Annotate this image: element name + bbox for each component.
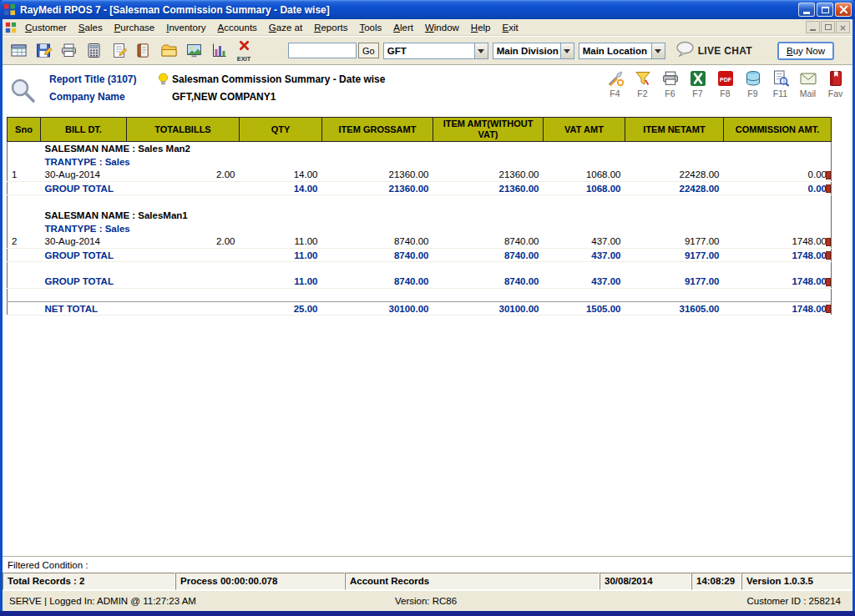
child-restore-button[interactable] [821, 21, 835, 33]
shortcut-label: F9 [747, 88, 757, 98]
restore-button[interactable] [817, 3, 833, 17]
menu-accounts[interactable]: Accounts [212, 21, 263, 34]
division-select-value: Main Division [493, 46, 560, 56]
favorite-icon [827, 69, 845, 88]
menu-alert[interactable]: Alert [387, 21, 419, 34]
net-total-row: NET TOTAL25.0030100.0030100.001505.00316… [8, 302, 832, 316]
shortcut-label: F11 [773, 88, 787, 98]
menu-window[interactable]: Window [419, 21, 465, 34]
ledger-icon[interactable] [133, 40, 154, 62]
column-header[interactable]: COMMISSION AMT. [724, 118, 832, 142]
shortcut-label: F8 [720, 88, 730, 98]
report-action-f9[interactable]: F9 [739, 69, 766, 98]
shortcut-label: F4 [610, 88, 620, 98]
child-close-icon [839, 20, 847, 35]
shortcut-label: F2 [637, 88, 647, 98]
location-select[interactable]: Main Location [579, 43, 665, 59]
menu-bar: CustomerSalesPurchaseInventoryAccountsGa… [3, 19, 852, 36]
search-input[interactable] [288, 43, 357, 58]
restore-icon [822, 7, 829, 13]
table-row[interactable]: 130-Aug-20142.0014.0021360.0021360.00106… [8, 169, 832, 182]
svg-text:PDF: PDF [720, 77, 732, 83]
report-action-mail[interactable]: Mail [794, 69, 822, 98]
pdf-icon: PDF [716, 69, 735, 88]
grid-icon[interactable] [8, 40, 29, 62]
minimize-icon [803, 12, 810, 14]
report-action-fav[interactable]: Fav [822, 69, 849, 98]
menu-reports[interactable]: Reports [308, 21, 353, 34]
column-header[interactable]: QTY [240, 118, 322, 142]
save-icon[interactable] [33, 40, 54, 62]
buy-now-button[interactable]: Buy Now [777, 42, 834, 60]
menu-tools[interactable]: Tools [353, 21, 387, 34]
report-action-f7[interactable]: F7 [684, 69, 711, 98]
report-action-f8[interactable]: PDFF8 [711, 69, 739, 98]
close-icon [839, 3, 848, 18]
image-icon[interactable] [183, 40, 205, 62]
live-chat-button[interactable]: LIVE CHAT [675, 41, 752, 60]
customer-id: Customer ID : 258214 [746, 596, 841, 606]
tools-icon [606, 69, 625, 88]
column-header[interactable]: BILL DT. [41, 118, 127, 142]
child-minimize-button[interactable] [806, 21, 820, 33]
report-action-f2[interactable]: F2 [629, 69, 656, 98]
location-select-value: Main Location [579, 46, 651, 56]
column-header[interactable]: ITEM AMT(WITHOUT VAT) [433, 118, 544, 142]
filter-icon [634, 69, 652, 88]
row-marker [826, 278, 831, 286]
child-close-button[interactable] [836, 21, 850, 33]
group-total-row: GROUP TOTAL11.008740.008740.00437.009177… [8, 249, 832, 262]
window-title: RayMedi RPOS 7 - [Salesman Commission Su… [20, 4, 798, 16]
menu-sales[interactable]: Sales [73, 21, 109, 34]
status-version: Version 1.0.3.5 [741, 573, 852, 590]
trantype-row: TRANTYPE : Sales [8, 222, 832, 235]
status-time: 14:08:29 [691, 573, 741, 590]
chevron-down-icon[interactable] [474, 43, 488, 58]
menu-help[interactable]: Help [465, 21, 497, 34]
exit-button[interactable]: EXIT [231, 39, 256, 63]
menu-gaze-at[interactable]: Gaze at [263, 21, 308, 34]
print-icon[interactable] [58, 40, 79, 62]
column-header[interactable]: VAT AMT [544, 118, 625, 142]
chevron-down-icon[interactable] [560, 43, 574, 58]
close-button[interactable] [835, 3, 852, 17]
status-date: 30/08/2014 [600, 573, 691, 590]
menu-purchase[interactable]: Purchase [109, 21, 161, 34]
filtered-condition: Filtered Condition : [3, 556, 852, 573]
menu-exit[interactable]: Exit [497, 21, 524, 34]
spacer-row [8, 262, 832, 275]
calculator-icon[interactable] [83, 40, 104, 62]
child-window-icon[interactable] [5, 22, 17, 33]
notes-icon[interactable] [108, 40, 129, 62]
status-total-records: Total Records : 2 [3, 573, 175, 590]
report-action-f6[interactable]: F6 [656, 69, 684, 98]
column-header[interactable]: ITEM GROSSAMT [322, 118, 433, 142]
column-header[interactable]: Sno [8, 118, 41, 142]
company-select[interactable]: GFT [383, 43, 488, 59]
child-restore-icon [825, 24, 832, 30]
shortcut-label: Mail [800, 88, 816, 98]
live-chat-label: LIVE CHAT [698, 45, 752, 57]
table-row[interactable]: 230-Aug-20142.0011.008740.008740.00437.0… [8, 235, 832, 249]
go-button[interactable]: Go [358, 43, 379, 58]
menu-customer[interactable]: Customer [19, 21, 73, 34]
excel-icon [689, 69, 707, 88]
group-total-row: GROUP TOTAL14.0021360.0021360.001068.002… [8, 182, 832, 195]
toolbar-icons [8, 40, 230, 62]
column-header[interactable]: TOTALBILLS [127, 118, 240, 142]
shortcut-label: F6 [665, 88, 675, 98]
report-title-value: Salesman Commission Summary - Date wise [172, 73, 385, 85]
folder-icon[interactable] [158, 40, 180, 62]
chevron-down-icon[interactable] [651, 43, 665, 58]
report-action-f11[interactable]: F11 [766, 69, 794, 98]
division-select[interactable]: Main Division [493, 43, 574, 59]
row-marker [826, 305, 831, 313]
salesman-group-row: SALESMAN NAME : SalesMan1 [8, 209, 832, 222]
menu-items: CustomerSalesPurchaseInventoryAccountsGa… [19, 21, 524, 34]
minimize-button[interactable] [798, 3, 815, 17]
chart-icon[interactable] [208, 40, 230, 62]
magnifier-icon [8, 75, 38, 109]
menu-inventory[interactable]: Inventory [160, 21, 211, 34]
column-header[interactable]: ITEM NETAMT [625, 118, 724, 142]
report-action-f4[interactable]: F4 [601, 69, 629, 98]
